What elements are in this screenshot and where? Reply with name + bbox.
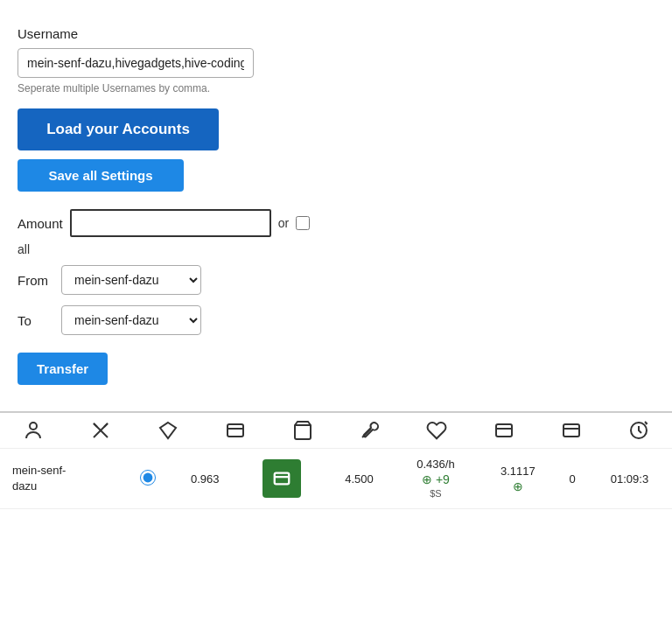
- account-radio[interactable]: [140, 470, 156, 486]
- svg-point-0: [30, 423, 37, 430]
- svg-rect-6: [228, 424, 243, 437]
- wrench-icon[interactable]: [336, 420, 403, 441]
- username-hint: Seperate multiple Usernames by comma.: [18, 82, 654, 94]
- to-select[interactable]: mein-senf-dazu hivegadgets hive-coding: [61, 305, 201, 335]
- svg-rect-10: [496, 424, 512, 437]
- green-box-cell[interactable]: [239, 449, 325, 509]
- heart-icon[interactable]: [403, 420, 471, 441]
- account-name: mein-senf-dazu: [0, 449, 125, 509]
- svg-rect-12: [564, 424, 579, 437]
- amount-label: Amount: [18, 216, 63, 231]
- green-action-button[interactable]: [262, 459, 301, 498]
- cell-sub: $S: [430, 488, 441, 499]
- value3-cell: 0.436/h ⊕ +9 $S: [393, 449, 478, 509]
- value6-cell: 01:09:3: [587, 449, 672, 509]
- to-label: To: [18, 313, 52, 328]
- amount-input[interactable]: [70, 209, 271, 237]
- radio-cell[interactable]: [125, 449, 172, 509]
- crossed-tools-icon[interactable]: [67, 420, 135, 441]
- accounts-table: mein-senf-dazu 0.963 4.500 0.436/h ⊕ +9 …: [0, 449, 672, 509]
- svg-line-4: [104, 423, 108, 427]
- card2-icon[interactable]: [471, 420, 538, 441]
- transfer-button[interactable]: Transfer: [18, 353, 108, 385]
- all-label: all: [18, 242, 654, 256]
- username-label: Username: [18, 26, 654, 41]
- svg-rect-15: [275, 473, 290, 485]
- plus-circle-icon: ⊕ +9: [398, 472, 472, 486]
- bag-icon[interactable]: [269, 420, 336, 441]
- bottom-nav: [0, 411, 672, 449]
- from-select[interactable]: mein-senf-dazu hivegadgets hive-coding: [61, 265, 201, 295]
- username-input[interactable]: [18, 48, 254, 78]
- card-icon[interactable]: [201, 420, 269, 441]
- person-icon[interactable]: [0, 420, 67, 441]
- value1-cell: 0.963: [171, 449, 239, 509]
- all-checkbox[interactable]: [296, 216, 310, 230]
- value5-cell: 0: [557, 449, 587, 509]
- save-settings-button[interactable]: Save all Settings: [18, 159, 184, 192]
- load-accounts-button[interactable]: Load your Accounts: [18, 108, 219, 150]
- diamond-icon[interactable]: [135, 420, 202, 441]
- svg-marker-5: [160, 423, 176, 438]
- value2-cell: 4.500: [325, 449, 393, 509]
- from-label: From: [18, 273, 52, 288]
- clock-icon[interactable]: [605, 420, 672, 441]
- or-label: or: [278, 216, 289, 230]
- svg-line-3: [94, 423, 97, 427]
- card3-icon[interactable]: [537, 420, 605, 441]
- table-row: mein-senf-dazu 0.963 4.500 0.436/h ⊕ +9 …: [0, 449, 672, 509]
- plus-circle2-icon: ⊕: [483, 479, 552, 493]
- value4-cell: 3.1117 ⊕: [478, 449, 557, 509]
